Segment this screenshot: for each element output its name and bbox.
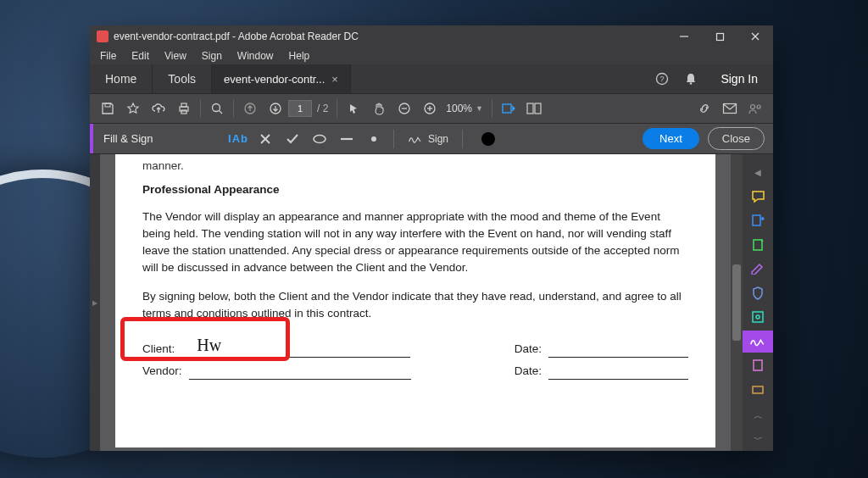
email-button[interactable] <box>717 97 743 120</box>
svg-rect-33 <box>753 312 763 322</box>
select-tool[interactable] <box>341 97 366 120</box>
client-signature-mark[interactable]: Hw <box>197 333 221 358</box>
vertical-scrollbar[interactable] <box>731 154 743 451</box>
star-button[interactable] <box>120 97 146 120</box>
menu-help[interactable]: Help <box>282 48 317 64</box>
add-check-tool[interactable] <box>280 127 305 151</box>
fill-sign-title: Fill & Sign <box>90 124 225 153</box>
check-icon <box>286 133 299 145</box>
rail-create-tool[interactable] <box>743 234 773 257</box>
vendor-date-line[interactable] <box>548 364 688 380</box>
shield-icon <box>752 286 764 300</box>
menu-sign[interactable]: Sign <box>195 48 229 64</box>
page-number-input[interactable]: 1 <box>288 100 312 117</box>
cursor-icon <box>348 103 359 114</box>
menu-file[interactable]: File <box>93 48 123 64</box>
page-down-button[interactable] <box>263 97 288 120</box>
rail-optimize-tool[interactable] <box>743 306 773 329</box>
add-line-tool[interactable] <box>334 127 359 151</box>
menu-edit[interactable]: Edit <box>125 48 156 64</box>
pdf-page[interactable]: manner. Professional Appearance The Vend… <box>115 154 715 447</box>
tab-document-label: event-vendor-contr... <box>224 73 325 86</box>
signature-row-vendor: Vendor: Date: <box>142 363 688 380</box>
scrollbar-thumb[interactable] <box>732 264 741 341</box>
menu-view[interactable]: View <box>158 48 193 64</box>
page-display-button[interactable] <box>521 97 547 120</box>
rail-export-tool[interactable] <box>743 209 773 232</box>
add-x-tool[interactable] <box>253 127 278 151</box>
document-viewport[interactable]: manner. Professional Appearance The Vend… <box>100 154 731 451</box>
tab-home[interactable]: Home <box>90 64 153 93</box>
zoom-dropdown-icon[interactable]: ▼ <box>476 104 488 113</box>
svg-rect-31 <box>753 215 760 225</box>
tab-tools[interactable]: Tools <box>153 64 212 93</box>
maximize-button[interactable] <box>702 25 737 47</box>
paragraph-agreement: By signing below, both the Client and th… <box>142 288 688 322</box>
sign-in-button[interactable]: Sign In <box>705 64 773 93</box>
page-up-button[interactable] <box>237 97 263 120</box>
add-circle-tool[interactable] <box>307 127 332 151</box>
svg-point-30 <box>371 136 376 142</box>
close-panel-button[interactable]: Close <box>708 127 765 150</box>
fill-sign-toolbar: Fill & Sign IAb Sign Next Close <box>90 124 773 154</box>
cloud-button[interactable] <box>146 97 171 120</box>
notifications-button[interactable] <box>676 64 705 93</box>
rail-more-tool-2[interactable] <box>743 379 773 402</box>
rail-fill-sign-tool[interactable] <box>743 331 773 353</box>
rail-collapse-toggle[interactable]: ◀ <box>743 161 773 184</box>
zoom-out-button[interactable] <box>392 97 417 120</box>
print-button[interactable] <box>171 97 197 120</box>
dot-icon <box>370 136 377 142</box>
rail-scroll-up[interactable]: ︿ <box>743 404 773 427</box>
add-dot-tool[interactable] <box>361 127 387 151</box>
menubar: File Edit View Sign Window Help <box>90 47 773 64</box>
save-button[interactable] <box>95 97 120 120</box>
nav-pane-collapsed[interactable]: ▶ <box>90 154 100 451</box>
color-swatch[interactable] <box>481 132 495 146</box>
people-button[interactable] <box>743 97 768 120</box>
titlebar[interactable]: event-vendor-contract.pdf - Adobe Acroba… <box>90 25 773 47</box>
vendor-signature-line[interactable] <box>189 364 411 380</box>
close-window-button[interactable] <box>737 25 773 47</box>
zoom-in-button[interactable] <box>417 97 442 120</box>
svg-point-11 <box>213 104 220 112</box>
svg-text:?: ? <box>660 75 665 83</box>
rail-comment-tool[interactable] <box>743 186 773 208</box>
sign-tool[interactable]: Sign <box>401 133 455 145</box>
signature-icon <box>408 133 423 145</box>
convert-icon <box>752 358 764 372</box>
hand-tool[interactable] <box>366 97 392 120</box>
maximize-icon <box>715 32 725 42</box>
zoom-level-label[interactable]: 100% <box>442 103 476 114</box>
svg-rect-22 <box>535 103 541 114</box>
export-pdf-icon <box>751 214 765 227</box>
save-icon <box>101 102 114 115</box>
find-button[interactable] <box>204 97 230 120</box>
add-text-tool[interactable]: IAb <box>225 127 251 151</box>
rail-more-tool-1[interactable] <box>743 354 773 377</box>
svg-rect-32 <box>754 240 762 250</box>
svg-rect-1 <box>716 33 723 40</box>
tools-rail: ◀ ︿ ﹀ <box>743 154 773 451</box>
client-date-line[interactable] <box>548 342 688 358</box>
fit-width-button[interactable] <box>496 97 521 120</box>
bell-icon <box>684 72 698 86</box>
create-pdf-icon <box>751 238 765 252</box>
arrow-up-circle-icon <box>243 102 257 115</box>
line-icon <box>340 136 353 142</box>
tab-close-icon[interactable]: × <box>331 73 338 86</box>
rail-protect-tool[interactable] <box>743 282 773 305</box>
minimize-button[interactable] <box>666 25 702 47</box>
menu-window[interactable]: Window <box>231 48 281 64</box>
next-button[interactable]: Next <box>643 128 699 149</box>
tab-document-active[interactable]: event-vendor-contr... × <box>212 64 351 93</box>
client-signature-line[interactable]: Hw <box>181 342 410 358</box>
pdf-file-icon <box>97 31 108 42</box>
sign-label: Sign <box>428 133 448 145</box>
rail-edit-tool[interactable] <box>743 258 773 281</box>
rail-scroll-down[interactable]: ﹀ <box>743 429 773 452</box>
share-button[interactable] <box>692 97 717 120</box>
expand-navpane-icon: ▶ <box>92 299 97 307</box>
svg-point-6 <box>690 82 693 85</box>
help-button[interactable]: ? <box>648 64 676 93</box>
